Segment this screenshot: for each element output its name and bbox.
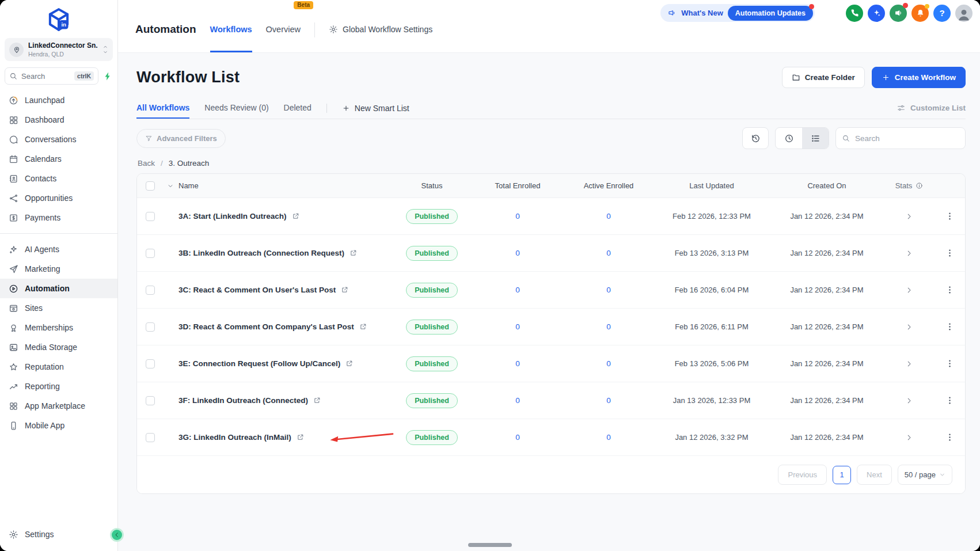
sidebar-item-app-marketplace[interactable]: App Marketplace [0,396,117,416]
row-checkbox[interactable] [146,433,155,442]
sidebar-item-reporting[interactable]: Reporting [0,377,117,396]
global-workflow-settings-link[interactable]: Global Workflow Settings [329,0,432,52]
active-enrolled-value[interactable]: 0 [606,212,611,221]
announcements-button[interactable] [890,5,907,22]
active-enrolled-value[interactable]: 0 [606,286,611,294]
window-drag-handle[interactable] [468,543,512,547]
workflow-name-link[interactable]: 3B: LinkedIn Outreach (Connection Reques… [178,249,344,257]
stats-chevron-icon[interactable] [905,286,913,294]
total-enrolled-value[interactable]: 0 [515,249,520,257]
notifications-button[interactable] [911,5,929,22]
sidebar-item-dashboard[interactable]: Dashboard [0,110,117,130]
external-link-icon[interactable] [341,286,348,294]
sidebar-item-calendars[interactable]: Calendars [0,149,117,169]
stats-chevron-icon[interactable] [905,360,913,368]
create-folder-button[interactable]: Create Folder [782,67,865,88]
external-link-icon[interactable] [313,397,321,404]
workflow-name-link[interactable]: 3A: Start (LinkedIn Outreach) [178,212,287,221]
external-link-icon[interactable] [350,249,357,257]
row-menu-kebab-icon[interactable] [945,322,955,332]
info-icon[interactable] [916,182,923,189]
active-enrolled-value[interactable]: 0 [606,396,611,405]
sidebar-item-sites[interactable]: Sites [0,298,117,318]
table-row[interactable]: 3E: Connection Request (Follow Up/Cancel… [137,345,965,382]
breadcrumb-back[interactable]: Back [138,159,155,168]
row-menu-kebab-icon[interactable] [945,285,955,295]
workflow-search[interactable] [835,127,966,149]
sidebar-item-mobile-app[interactable]: Mobile App [0,416,117,435]
next-page-button[interactable]: Next [857,465,892,485]
external-link-icon[interactable] [297,434,304,441]
sidebar-item-settings[interactable]: Settings [0,525,117,544]
row-menu-kebab-icon[interactable] [945,211,955,221]
active-enrolled-value[interactable]: 0 [606,249,611,257]
active-enrolled-value[interactable]: 0 [606,322,611,331]
sidebar-item-reputation[interactable]: Reputation [0,357,117,377]
execution-history-button[interactable] [742,127,769,149]
total-enrolled-value[interactable]: 0 [515,359,520,368]
quick-actions-bolt-icon[interactable] [103,71,113,81]
workflow-name-link[interactable]: 3E: Connection Request (Follow Up/Cancel… [178,359,340,368]
account-expand-icon[interactable] [102,44,108,55]
sidebar-item-contacts[interactable]: Contacts [0,169,117,188]
tab-overview[interactable]: Overview Beta [266,0,301,52]
new-smart-list-button[interactable]: New Smart List [342,104,409,113]
tab-workflows[interactable]: Workflows [210,0,252,52]
table-row[interactable]: 3A: Start (LinkedIn Outreach) Published … [137,198,965,235]
tab-deleted[interactable]: Deleted [284,97,312,119]
sidebar-item-opportunities[interactable]: Opportunities [0,188,117,208]
table-row[interactable]: 3B: LinkedIn Outreach (Connection Reques… [137,235,965,272]
table-row[interactable]: 3D: React & Comment On Company's Last Po… [137,309,965,345]
row-checkbox[interactable] [146,322,155,332]
app-logo[interactable]: in [0,0,117,35]
table-row[interactable]: 3C: React & Comment On User's Last Post … [137,272,965,309]
whats-new-pill[interactable]: What's New Automation Updates [660,4,815,22]
row-checkbox[interactable] [146,359,155,368]
external-link-icon[interactable] [345,360,353,367]
row-menu-kebab-icon[interactable] [945,432,955,442]
active-enrolled-value[interactable]: 0 [606,433,611,442]
total-enrolled-value[interactable]: 0 [515,396,520,405]
stats-chevron-icon[interactable] [905,249,913,257]
sidebar-item-conversations[interactable]: Conversations [0,130,117,149]
sidebar-item-marketing[interactable]: Marketing [0,259,117,279]
workflow-name-link[interactable]: 3F: LinkedIn Outreach (Connected) [178,396,308,405]
tab-needs-review[interactable]: Needs Review (0) [204,97,268,119]
workflow-search-input[interactable] [854,134,959,143]
row-menu-kebab-icon[interactable] [945,248,955,258]
sidebar-item-automation[interactable]: Automation [0,279,117,298]
sidebar-collapse-button[interactable] [110,528,124,542]
stats-chevron-icon[interactable] [905,397,913,405]
active-enrolled-value[interactable]: 0 [606,359,611,368]
sidebar-item-memberships[interactable]: Memberships [0,318,117,337]
automation-updates-button[interactable]: Automation Updates [728,6,813,21]
stats-chevron-icon[interactable] [905,323,913,331]
row-menu-kebab-icon[interactable] [945,396,955,405]
workflow-name-link[interactable]: 3G: LinkedIn Outreach (InMail) [178,433,291,442]
external-link-icon[interactable] [359,323,367,330]
page-number-button[interactable]: 1 [833,466,851,484]
total-enrolled-value[interactable]: 0 [515,212,520,221]
page-size-select[interactable]: 50 / page [898,465,952,485]
create-workflow-button[interactable]: Create Workflow [872,67,966,88]
recent-view-button[interactable] [776,128,802,149]
table-row[interactable]: 3G: LinkedIn Outreach (InMail) Published… [137,419,965,456]
workflow-name-link[interactable]: 3C: React & Comment On User's Last Post [178,286,336,294]
list-view-button[interactable] [802,128,829,149]
row-checkbox[interactable] [146,396,155,405]
previous-page-button[interactable]: Previous [778,465,827,485]
stats-chevron-icon[interactable] [905,434,913,442]
advanced-filters-button[interactable]: Advanced Filters [136,129,226,148]
external-link-icon[interactable] [292,212,299,220]
stats-chevron-icon[interactable] [905,212,913,221]
sidebar-item-ai-agents[interactable]: AI Agents [0,240,117,259]
total-enrolled-value[interactable]: 0 [515,286,520,294]
customize-list-button[interactable]: Customize List [897,104,966,113]
row-checkbox[interactable] [146,212,155,221]
sidebar-search[interactable]: Search ctrlK [5,67,98,85]
row-checkbox[interactable] [146,286,155,295]
ai-assistant-button[interactable] [868,5,885,22]
workflow-name-link[interactable]: 3D: React & Comment On Company's Last Po… [178,322,354,331]
table-row[interactable]: 3F: LinkedIn Outreach (Connected) Publis… [137,382,965,419]
row-menu-kebab-icon[interactable] [945,359,955,368]
